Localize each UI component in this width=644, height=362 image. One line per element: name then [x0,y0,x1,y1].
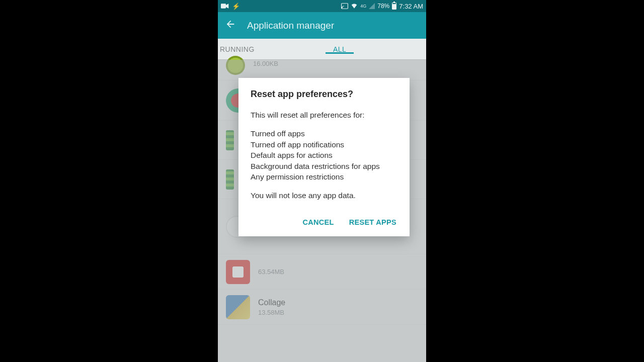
app-bar: Application manager [218,12,426,39]
dialog-body: This will reset all preferences for: Tur… [251,110,397,201]
svg-rect-1 [342,4,348,9]
lightning-icon: ⚡ [232,3,240,10]
cast-icon [341,3,348,9]
tab-all[interactable]: ALL [305,45,374,53]
status-bar: ⚡ 4G 78% 7:32 AM [218,0,426,12]
dialog-actions: CANCEL RESET APPS [251,215,397,229]
back-icon[interactable] [225,19,236,32]
status-right: 4G 78% 7:32 AM [341,3,423,10]
cancel-button[interactable]: CANCEL [301,215,335,229]
clock: 7:32 AM [399,3,423,10]
dialog-intro: This will reset all preferences for: [251,110,397,120]
reset-apps-button[interactable]: RESET APPS [348,215,397,229]
tab-running[interactable]: RUNNING [218,45,305,53]
svg-rect-0 [221,4,226,8]
phone-frame: ⚡ 4G 78% 7:32 AM Application manager RUN… [218,0,426,362]
signal-strength-icon [369,3,375,9]
dialog-list: Turned off apps Turned off app notificat… [251,128,397,182]
reset-preferences-dialog: Reset app preferences? This will reset a… [238,78,410,236]
dialog-title: Reset app preferences? [251,89,397,100]
battery-percent: 78% [377,3,389,10]
wifi-icon [351,3,358,10]
tabs-bar: RUNNING ALL [218,39,426,60]
battery-icon [392,3,396,10]
video-camera-icon [221,3,229,9]
dialog-outro: You will not lose any app data. [251,190,397,201]
signal-4g-icon: 4G [360,4,366,9]
status-left: ⚡ [221,3,240,10]
app-bar-title: Application manager [247,20,334,31]
